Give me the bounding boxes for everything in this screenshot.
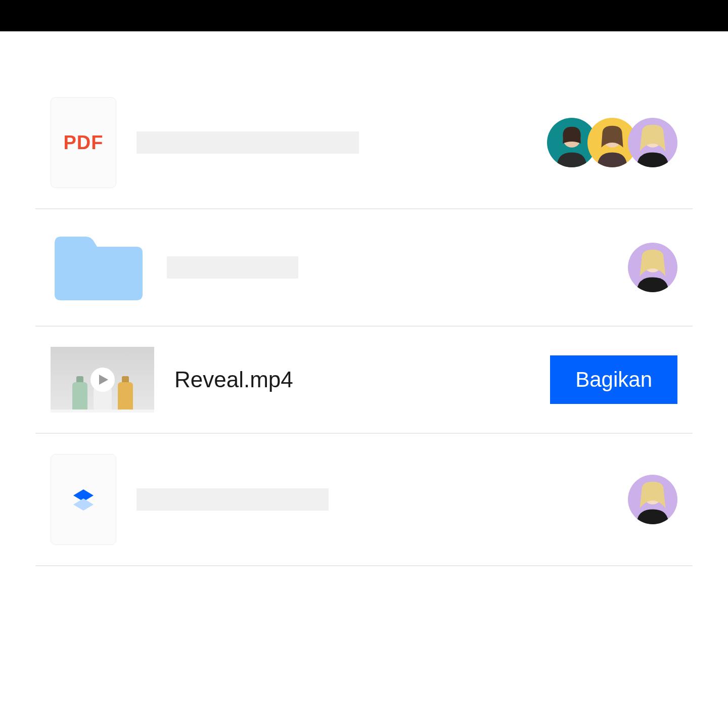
play-icon <box>90 368 115 392</box>
file-name-paper <box>136 488 608 511</box>
thumbnail-object <box>72 382 87 413</box>
video-thumbnail <box>51 347 154 413</box>
avatar[interactable] <box>628 475 677 524</box>
pdf-card: PDF <box>51 97 116 188</box>
file-icon-video <box>51 347 154 413</box>
thumbnail-shelf <box>51 410 154 413</box>
paper-card <box>51 454 116 545</box>
avatar[interactable] <box>628 243 677 292</box>
person-icon <box>628 475 677 524</box>
avatar-stack <box>547 118 677 167</box>
file-icon-folder <box>51 230 147 305</box>
share-button[interactable]: Bagikan <box>550 355 677 404</box>
file-icon-pdf: PDF <box>51 97 116 188</box>
file-name-video: Reveal.mp4 <box>174 367 530 392</box>
filename-placeholder <box>136 488 329 511</box>
file-name-pdf <box>136 131 527 154</box>
filename-placeholder <box>136 131 359 154</box>
file-actions-folder <box>628 243 677 292</box>
dropbox-paper-icon <box>69 485 98 514</box>
thumbnail-object <box>118 382 133 413</box>
person-icon <box>628 243 677 292</box>
top-black-bar <box>0 0 728 31</box>
file-actions-video: Bagikan <box>550 355 677 404</box>
avatar[interactable] <box>628 118 677 167</box>
file-actions-paper <box>628 475 677 524</box>
file-icon-paper <box>51 454 116 545</box>
pdf-badge-label: PDF <box>64 132 104 154</box>
file-actions-pdf <box>547 118 677 167</box>
filename-label: Reveal.mp4 <box>174 367 293 392</box>
file-row-folder[interactable] <box>35 209 693 327</box>
file-row-video[interactable]: Reveal.mp4 Bagikan <box>35 327 693 434</box>
folder-icon <box>51 230 147 305</box>
file-name-folder <box>167 256 608 279</box>
person-icon <box>628 118 677 167</box>
file-row-paper[interactable] <box>35 434 693 566</box>
file-row-pdf[interactable]: PDF <box>35 77 693 209</box>
filename-placeholder <box>167 256 298 279</box>
file-list: PDF <box>0 31 728 566</box>
